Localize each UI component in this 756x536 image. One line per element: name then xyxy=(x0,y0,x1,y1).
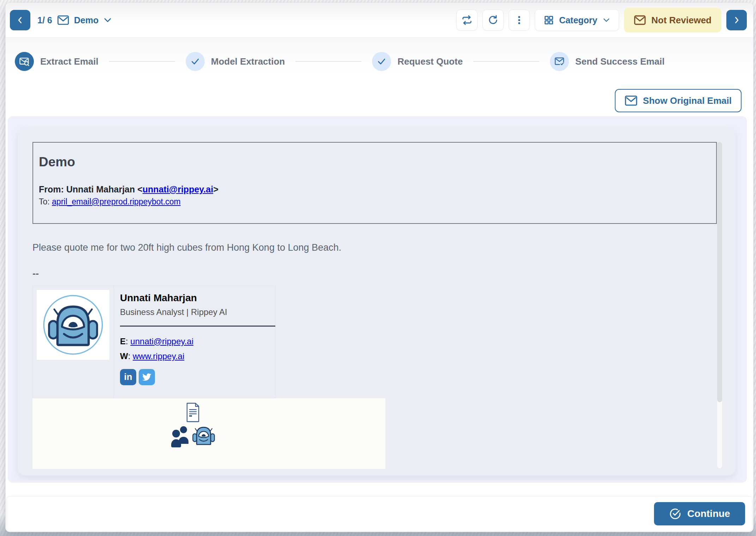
app-window: 1/ 6 Demo Category Not Reviewed xyxy=(6,3,753,532)
scrollbar-track[interactable] xyxy=(717,142,722,468)
status-label: Not Reviewed xyxy=(652,15,712,26)
email-body: Please quote me for two 20ft high cubes … xyxy=(32,242,717,253)
step-request-quote: Request Quote xyxy=(372,52,463,71)
step-connector xyxy=(473,61,539,62)
check-circle-icon xyxy=(669,507,682,520)
signature-divider xyxy=(120,326,275,327)
people-icon xyxy=(171,425,191,448)
actions-row: Show Original Email xyxy=(6,85,753,116)
signature-role: Business Analyst | Rippey AI xyxy=(120,307,275,317)
envelope-icon xyxy=(634,15,646,25)
email-to-line: To: april_email@preprod.rippeybot.com xyxy=(39,196,706,208)
show-original-email-button[interactable]: Show Original Email xyxy=(615,89,742,112)
chevron-down-icon[interactable] xyxy=(103,17,112,23)
refresh-button[interactable] xyxy=(482,10,504,31)
pagination-label: 1/ 6 xyxy=(37,15,52,25)
chevron-right-icon xyxy=(732,16,741,25)
from-label: From: xyxy=(39,184,64,194)
document-stack-icon xyxy=(184,402,202,424)
signature-socials: in xyxy=(120,369,275,385)
to-email-link[interactable]: april_email@preprod.rippeybot.com xyxy=(52,197,181,206)
twitter-icon[interactable] xyxy=(139,369,155,385)
to-label: To: xyxy=(39,197,50,206)
signature-name: Unnati Maharjan xyxy=(120,292,275,304)
email-icon xyxy=(57,15,69,25)
signature-row: Unnati Maharjan Business Analyst | Rippe… xyxy=(33,286,276,398)
email-panel: Demo From: Unnati Maharjan <unnati@rippe… xyxy=(8,116,747,483)
continue-label: Continue xyxy=(687,508,730,519)
envelope-check-icon xyxy=(550,52,569,71)
footer-bar: Continue xyxy=(6,496,753,531)
step-send-success-email: Send Success Email xyxy=(550,52,665,71)
from-email-link[interactable]: unnati@rippey.ai xyxy=(143,184,213,194)
toolbar: 1/ 6 Demo Category Not Reviewed xyxy=(6,3,753,38)
step-extract-email: Extract Email xyxy=(15,52,98,71)
step-label: Request Quote xyxy=(397,56,463,67)
scrollbar-thumb[interactable] xyxy=(717,142,722,402)
signature-info-cell: Unnati Maharjan Business Analyst | Rippe… xyxy=(114,286,276,398)
check-icon xyxy=(186,52,205,71)
signature-banner-image xyxy=(32,398,385,469)
extract-email-icon xyxy=(15,52,34,71)
website-label: W xyxy=(120,351,128,361)
step-label: Extract Email xyxy=(40,56,98,67)
step-connector xyxy=(109,61,175,62)
email-label: E xyxy=(120,337,126,346)
signature-website-link[interactable]: www.rippey.ai xyxy=(133,351,184,361)
signature-avatar-cell xyxy=(33,286,114,398)
more-options-button[interactable] xyxy=(509,10,530,31)
swap-button[interactable] xyxy=(456,10,478,31)
status-badge[interactable]: Not Reviewed xyxy=(624,8,722,32)
grid-icon xyxy=(544,15,554,25)
signature-website-line: W: www.rippey.ai xyxy=(120,351,275,361)
step-model-extraction: Model Extraction xyxy=(186,52,285,71)
email-title: Demo xyxy=(74,15,98,25)
continue-button[interactable]: Continue xyxy=(654,502,745,525)
step-label: Model Extraction xyxy=(211,56,285,67)
avatar xyxy=(37,290,109,360)
category-label: Category xyxy=(559,15,597,25)
robot-logo-icon xyxy=(40,292,107,357)
signature-table: Unnati Maharjan Business Analyst | Rippe… xyxy=(32,286,276,398)
category-dropdown[interactable]: Category xyxy=(535,9,619,31)
signature-delimiter: -- xyxy=(32,270,717,278)
email-from-line: From: Unnati Maharjan <unnati@rippey.ai> xyxy=(39,184,706,196)
step-label: Send Success Email xyxy=(575,56,665,67)
signature-email-link[interactable]: unnati@rippey.ai xyxy=(130,337,193,346)
signature-email-line: E: unnati@rippey.ai xyxy=(120,337,275,346)
progress-steps: Extract Email Model Extraction Request Q… xyxy=(6,38,753,85)
check-icon xyxy=(372,52,391,71)
email-card: Demo From: Unnati Maharjan <unnati@rippe… xyxy=(18,128,736,476)
colon: : xyxy=(126,337,130,346)
email-header: Demo From: Unnati Maharjan <unnati@rippe… xyxy=(32,142,717,224)
envelope-icon xyxy=(625,95,637,106)
angle-close: > xyxy=(213,184,218,194)
swap-icon xyxy=(461,14,473,26)
kebab-menu-icon xyxy=(514,15,524,25)
step-connector xyxy=(295,61,361,62)
chevron-left-icon xyxy=(16,16,25,25)
next-button[interactable] xyxy=(726,10,747,30)
show-original-label: Show Original Email xyxy=(643,95,732,106)
back-button[interactable] xyxy=(10,10,30,30)
email-subject: Demo xyxy=(39,155,706,169)
from-name: Unnati Maharjan xyxy=(66,184,135,194)
linkedin-icon[interactable]: in xyxy=(120,369,136,385)
angle-open: < xyxy=(137,184,143,194)
chevron-down-icon xyxy=(602,18,610,23)
colon: : xyxy=(128,351,133,361)
refresh-icon xyxy=(487,14,499,26)
robot-icon xyxy=(192,426,215,446)
